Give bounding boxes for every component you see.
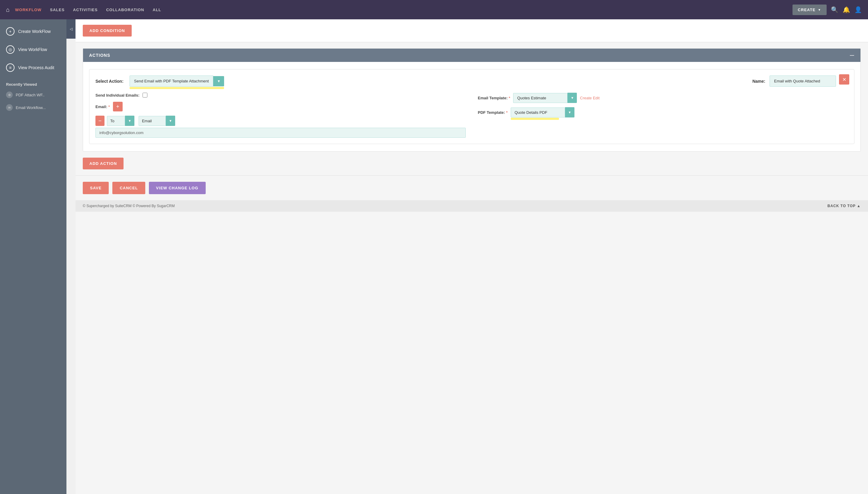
sidebar-collapse-arrow[interactable]: ◁ (67, 19, 76, 39)
email-workflow-icon: ✉ (6, 104, 13, 111)
actions-header: ACTIONS — (83, 49, 861, 62)
sidebar-item-view-workflow-label: View WorkFlow (18, 47, 47, 52)
nav-link-sales[interactable]: SALES (50, 7, 64, 12)
select-action-highlight (130, 87, 224, 89)
action-card-header: Select Action: Send Email with PDF Templ… (95, 75, 848, 87)
action-right: Email Template: * Quotes Estimate ▼ Crea… (478, 93, 848, 138)
email-type-value: To (107, 116, 125, 126)
send-individual-checkbox[interactable] (143, 93, 147, 97)
select-action-wrapper: Send Email with PDF Template Attachment … (130, 75, 224, 87)
add-condition-button[interactable]: ADD CONDITION (83, 25, 132, 37)
footer: © Supercharged by SuiteCRM © Powered By … (76, 200, 868, 212)
pdf-template-row: PDF Template: * Quote Details PDF ▼ (478, 107, 848, 117)
create-arrow-icon: ▼ (818, 8, 821, 12)
sidebar-item-create-workflow-label: Create WorkFlow (18, 29, 51, 34)
sidebar-sub-item-pdf-attach[interactable]: ⚙ PDF Attach WF.. (0, 89, 67, 101)
select-action-value: Send Email with PDF Template Attachment (130, 75, 213, 87)
email-field-dropdown[interactable]: Email ▼ (139, 116, 175, 126)
top-toolbar: ADD CONDITION (76, 19, 868, 42)
add-action-area: ADD ACTION (76, 158, 868, 175)
action-card: Select Action: Send Email with PDF Templ… (89, 69, 854, 144)
top-navigation: ⌂ WORKFLOW SALES ACTIVITIES COLLABORATIO… (0, 0, 868, 19)
main-content: ADD CONDITION ACTIONS — Select Action: S… (76, 19, 868, 494)
select-action-label: Select Action: (95, 79, 124, 84)
select-action-arrow[interactable]: ▼ (213, 76, 224, 87)
nav-link-workflow[interactable]: WORKFLOW (15, 7, 41, 12)
name-section: Name: (752, 75, 836, 87)
home-icon[interactable]: ⌂ (6, 6, 10, 13)
nav-link-all[interactable]: ALL (153, 7, 161, 12)
delete-action-button[interactable]: ✕ (839, 74, 849, 84)
sidebar-sub-item-pdf-attach-label: PDF Attach WF.. (16, 93, 44, 97)
create-workflow-icon: + (6, 27, 15, 36)
bottom-bar: SAVE CANCEL VIEW CHANGE LOG (76, 175, 868, 200)
actions-collapse-icon[interactable]: — (850, 53, 854, 58)
name-input[interactable] (770, 75, 836, 87)
footer-powered-by: © Supercharged by SuiteCRM © Powered By … (83, 204, 174, 208)
main-layout: + Create WorkFlow ◎ View WorkFlow ≡ View… (0, 19, 868, 494)
email-template-required: * (509, 96, 510, 100)
view-workflow-icon: ◎ (6, 45, 15, 54)
email-remove-button[interactable]: − (95, 116, 105, 126)
send-individual-row: Send Individual Emails: (95, 93, 466, 97)
pdf-template-value: Quote Details PDF (511, 108, 565, 117)
create-button[interactable]: CREATE ▼ (792, 4, 827, 15)
pdf-template-wrapper: Quote Details PDF ▼ (511, 107, 574, 117)
pdf-template-dropdown[interactable]: Quote Details PDF ▼ (511, 107, 574, 117)
sidebar-item-create-workflow[interactable]: + Create WorkFlow (0, 22, 67, 40)
pdf-attach-icon: ⚙ (6, 92, 13, 98)
email-template-row: Email Template: * Quotes Estimate ▼ Crea… (478, 93, 848, 103)
email-type-arrow[interactable]: ▼ (125, 116, 134, 126)
view-process-audit-icon: ≡ (6, 63, 15, 72)
name-label: Name: (752, 79, 765, 84)
email-field-value: Email (139, 116, 166, 126)
sidebar-item-view-process-audit-label: View Process Audit (18, 65, 54, 70)
action-left: Send Individual Emails: Email: * + − To (95, 93, 466, 138)
pdf-template-arrow[interactable]: ▼ (565, 107, 574, 117)
email-template-value: Quotes Estimate (513, 93, 567, 103)
nav-link-activities[interactable]: ACTIVITIES (73, 7, 98, 12)
search-button[interactable]: 🔍 (831, 6, 838, 13)
email-template-arrow[interactable]: ▼ (567, 93, 577, 103)
sidebar-item-view-process-audit[interactable]: ≡ View Process Audit (0, 59, 67, 77)
sidebar-sub-item-email-workflow[interactable]: ✉ Email Workflow... (0, 101, 67, 114)
save-button[interactable]: SAVE (83, 182, 109, 194)
email-to-dropdown[interactable]: To ▼ (107, 116, 134, 126)
pdf-template-required: * (506, 110, 508, 115)
actions-header-label: ACTIONS (89, 53, 110, 58)
email-field-arrow[interactable]: ▼ (166, 116, 175, 126)
pdf-template-label: PDF Template: * (478, 110, 508, 115)
back-to-top-button[interactable]: BACK TO TOP ▲ (828, 204, 861, 208)
user-icon[interactable]: 👤 (854, 6, 862, 13)
sidebar-sub-item-email-workflow-label: Email Workflow... (16, 106, 45, 110)
pdf-template-highlight (511, 118, 559, 120)
email-template-label: Email Template: * (478, 96, 510, 100)
add-action-button[interactable]: ADD ACTION (83, 158, 124, 169)
actions-body: Select Action: Send Email with PDF Templ… (83, 62, 861, 151)
cancel-button[interactable]: CANCEL (112, 182, 145, 194)
email-label: Email: * (95, 104, 110, 109)
action-body: Send Individual Emails: Email: * + − To (95, 93, 848, 138)
select-action-dropdown[interactable]: Send Email with PDF Template Attachment … (130, 75, 224, 87)
actions-section: ACTIONS — Select Action: Send Email with… (83, 48, 861, 152)
nav-links: WORKFLOW SALES ACTIVITIES COLLABORATION … (15, 7, 161, 12)
recently-viewed-header: Recently Viewed (0, 77, 67, 89)
create-label: CREATE (798, 7, 815, 12)
email-row: − To ▼ Email ▼ (95, 116, 466, 126)
send-individual-label: Send Individual Emails: (95, 93, 139, 97)
bell-icon[interactable]: 🔔 (843, 6, 850, 13)
sidebar: + Create WorkFlow ◎ View WorkFlow ≡ View… (0, 19, 67, 494)
email-address-input[interactable] (95, 128, 466, 138)
nav-link-collaboration[interactable]: COLLABORATION (106, 7, 144, 12)
email-template-dropdown[interactable]: Quotes Estimate ▼ (513, 93, 577, 103)
email-address-wrapper (95, 126, 466, 138)
sidebar-item-view-workflow[interactable]: ◎ View WorkFlow (0, 40, 67, 59)
create-edit-link[interactable]: Create Edit (580, 96, 600, 100)
right-actions: CREATE ▼ 🔍 🔔 👤 (792, 4, 862, 15)
email-field-row: Email: * + (95, 102, 466, 111)
email-add-button[interactable]: + (113, 102, 122, 111)
view-change-log-button[interactable]: VIEW CHANGE LOG (149, 182, 206, 194)
email-required-star: * (109, 104, 110, 109)
